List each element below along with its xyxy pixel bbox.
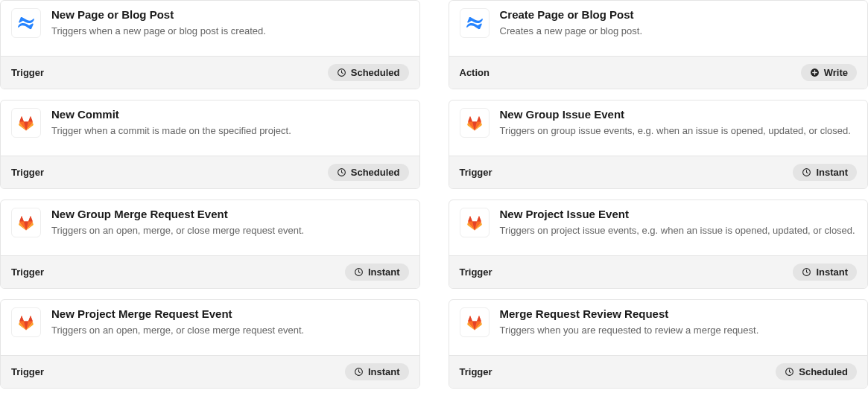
badge-label: Scheduled: [351, 67, 400, 78]
integration-card[interactable]: New CommitTrigger when a commit is made …: [0, 100, 420, 189]
badge-label: Scheduled: [351, 167, 400, 178]
card-type-label: Trigger: [11, 167, 44, 178]
badge-label: Write: [824, 67, 848, 78]
card-title: New Group Issue Event: [500, 108, 858, 121]
card-description: Creates a new page or blog post.: [500, 24, 858, 39]
card-text: New Page or Blog PostTriggers when a new…: [51, 8, 409, 39]
card-description: Triggers on an open, merge, or close mer…: [51, 323, 409, 338]
integration-card[interactable]: Create Page or Blog PostCreates a new pa…: [449, 0, 869, 89]
badge-label: Instant: [368, 366, 400, 377]
card-text: New CommitTrigger when a commit is made …: [51, 108, 409, 138]
gitlab-icon: [11, 307, 41, 337]
write-icon: [810, 68, 820, 77]
card-title: Create Page or Blog Post: [500, 8, 858, 21]
card-text: Merge Request Review RequestTriggers whe…: [500, 307, 858, 338]
timing-badge: Instant: [793, 164, 857, 181]
card-title: New Project Issue Event: [500, 208, 858, 220]
card-description: Triggers when you are requested to revie…: [500, 323, 858, 338]
clock-icon: [337, 68, 346, 77]
card-type-label: Trigger: [11, 266, 44, 278]
card-body: Merge Request Review RequestTriggers whe…: [449, 300, 868, 355]
card-type-label: Trigger: [460, 266, 492, 278]
card-title: New Commit: [51, 108, 409, 121]
card-footer: TriggerScheduled: [449, 355, 868, 388]
confluence-icon: [11, 8, 41, 38]
integration-card[interactable]: New Project Issue EventTriggers on proje…: [449, 199, 869, 289]
confluence-icon: [460, 8, 490, 38]
timing-badge: Scheduled: [328, 164, 409, 181]
card-description: Triggers on an open, merge, or close mer…: [51, 223, 409, 238]
badge-label: Instant: [816, 167, 848, 178]
card-type-label: Trigger: [11, 366, 44, 377]
card-description: Triggers on project issue events, e.g. w…: [500, 223, 858, 238]
card-type-label: Action: [460, 67, 490, 78]
clock-icon: [802, 167, 811, 177]
card-type-label: Trigger: [11, 67, 44, 78]
card-footer: TriggerInstant: [449, 255, 868, 288]
card-title: New Group Merge Request Event: [51, 208, 409, 220]
timing-badge: Instant: [793, 264, 857, 281]
card-footer: ActionWrite: [449, 56, 868, 89]
card-description: Trigger when a commit is made on the spe…: [51, 124, 409, 138]
card-description: Triggers when a new page or blog post is…: [51, 24, 409, 39]
card-grid: New Page or Blog PostTriggers when a new…: [0, 0, 868, 396]
card-body: Create Page or Blog PostCreates a new pa…: [449, 1, 868, 56]
clock-icon: [785, 367, 794, 377]
card-body: New Project Issue EventTriggers on proje…: [449, 200, 868, 255]
integration-card[interactable]: New Project Merge Request EventTriggers …: [0, 299, 420, 389]
card-text: New Project Issue EventTriggers on proje…: [500, 208, 858, 238]
card-footer: TriggerScheduled: [1, 156, 419, 188]
card-body: New Group Merge Request EventTriggers on…: [1, 200, 419, 255]
badge-label: Instant: [816, 266, 848, 278]
card-body: New Project Merge Request EventTriggers …: [1, 300, 419, 355]
integration-card[interactable]: New Group Issue EventTriggers on group i…: [449, 100, 869, 189]
integration-card[interactable]: Merge Request Review RequestTriggers whe…: [449, 299, 869, 389]
badge-label: Instant: [368, 266, 400, 278]
card-title: New Page or Blog Post: [51, 8, 409, 21]
clock-icon: [337, 167, 346, 177]
integration-card[interactable]: New Group Merge Request EventTriggers on…: [0, 199, 420, 289]
gitlab-icon: [460, 108, 490, 138]
card-body: New CommitTrigger when a commit is made …: [1, 100, 419, 156]
card-body: New Group Issue EventTriggers on group i…: [449, 100, 868, 156]
integration-card[interactable]: New Page or Blog PostTriggers when a new…: [0, 0, 420, 89]
timing-badge: Instant: [345, 363, 409, 380]
clock-icon: [354, 267, 364, 277]
clock-icon: [354, 367, 364, 377]
gitlab-icon: [460, 307, 490, 337]
card-text: New Group Merge Request EventTriggers on…: [51, 208, 409, 238]
card-type-label: Trigger: [460, 366, 492, 377]
timing-badge: Scheduled: [328, 64, 409, 81]
gitlab-icon: [11, 108, 41, 138]
card-body: New Page or Blog PostTriggers when a new…: [1, 1, 419, 56]
badge-label: Scheduled: [799, 366, 848, 377]
timing-badge: Write: [801, 64, 857, 81]
card-text: New Project Merge Request EventTriggers …: [51, 307, 409, 338]
timing-badge: Scheduled: [776, 363, 857, 380]
card-title: Merge Request Review Request: [500, 307, 858, 320]
clock-icon: [802, 267, 811, 277]
card-description: Triggers on group issue events, e.g. whe…: [500, 124, 858, 138]
card-footer: TriggerInstant: [1, 355, 419, 388]
card-type-label: Trigger: [460, 167, 492, 178]
card-text: New Group Issue EventTriggers on group i…: [500, 108, 858, 138]
card-title: New Project Merge Request Event: [51, 307, 409, 320]
card-footer: TriggerInstant: [449, 156, 868, 188]
gitlab-icon: [460, 208, 490, 237]
card-text: Create Page or Blog PostCreates a new pa…: [500, 8, 858, 39]
card-footer: TriggerScheduled: [1, 56, 419, 89]
timing-badge: Instant: [345, 264, 409, 281]
card-footer: TriggerInstant: [1, 255, 419, 288]
gitlab-icon: [11, 208, 41, 237]
